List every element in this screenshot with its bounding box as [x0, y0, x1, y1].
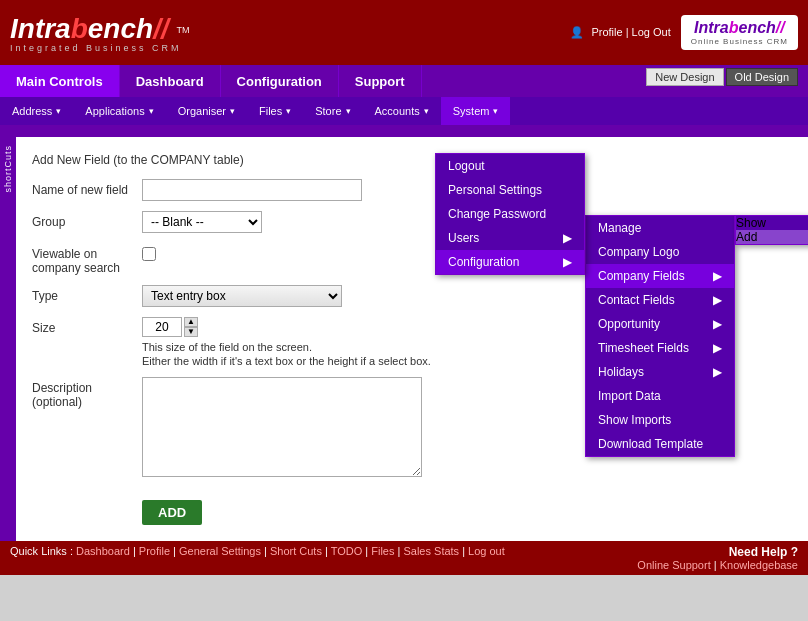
config-timesheet-fields[interactable]: Timesheet Fields ▶: [586, 336, 734, 360]
logo-text: Intrabench//: [10, 13, 177, 44]
nav-system[interactable]: System▾: [441, 97, 511, 125]
brand-title: Intrabench//: [694, 19, 785, 37]
footer-link-todo[interactable]: TODO: [331, 545, 363, 557]
add-btn-wrapper: ADD: [142, 490, 792, 525]
footer-link-shortcuts[interactable]: Short Cuts: [270, 545, 322, 557]
config-contact-fields[interactable]: Contact Fields ▶: [586, 288, 734, 312]
system-dropdown: Logout Personal Settings Change Password…: [435, 153, 585, 275]
nav-applications[interactable]: Applications▾: [73, 97, 165, 125]
config-manage[interactable]: Manage: [586, 216, 734, 240]
profile-icon: 👤: [570, 26, 584, 38]
shortcuts-label[interactable]: shortCuts: [3, 145, 13, 193]
need-help-label: Need Help ?: [637, 545, 798, 559]
name-input[interactable]: [142, 179, 362, 201]
nav-support[interactable]: Support: [339, 65, 422, 97]
desc-label: Description (optional): [32, 377, 142, 409]
nav-main-controls[interactable]: Main Controls: [0, 65, 120, 97]
viewable-label: Viewable on company search: [32, 243, 142, 275]
type-select[interactable]: Text entry box: [142, 285, 342, 307]
form-row-name: Name of new field: [32, 179, 792, 201]
size-spinner: ▲ ▼: [184, 317, 198, 337]
configuration-submenu: Manage Company Logo Company Fields ▶ Con…: [585, 215, 735, 457]
old-design-button[interactable]: Old Design: [726, 68, 798, 86]
config-import-data[interactable]: Import Data: [586, 384, 734, 408]
secondary-nav: Address▾ Applications▾ Organiser▾ Files▾…: [0, 97, 808, 125]
menu-personal-settings[interactable]: Personal Settings: [436, 178, 584, 202]
brand-sub: Online Business CRM: [691, 37, 788, 46]
config-opportunity[interactable]: Opportunity ▶: [586, 312, 734, 336]
nav-address[interactable]: Address▾: [0, 97, 73, 125]
knowledgebase-link[interactable]: Knowledgebase: [720, 559, 798, 571]
menu-users[interactable]: Users ▶: [436, 226, 584, 250]
footer-link-logout[interactable]: Log out: [468, 545, 505, 557]
add-button[interactable]: ADD: [142, 500, 202, 525]
config-company-fields[interactable]: Company Fields ▶: [586, 264, 734, 288]
logo-tm: TM: [177, 25, 190, 35]
footer: Quick Links : Dashboard | Profile | Gene…: [0, 541, 808, 575]
config-company-logo[interactable]: Company Logo: [586, 240, 734, 264]
header-links: 👤 Profile | Log Out: [570, 26, 670, 39]
config-download-template[interactable]: Download Template: [586, 432, 734, 456]
brand-box: Intrabench// Online Business CRM: [681, 15, 798, 50]
menu-configuration[interactable]: Configuration ▶: [436, 250, 584, 274]
quick-links-label: Quick Links :: [10, 545, 73, 557]
footer-left: Quick Links : Dashboard | Profile | Gene…: [10, 545, 505, 557]
desc-textarea[interactable]: [142, 377, 422, 477]
size-up-button[interactable]: ▲: [184, 317, 198, 327]
logo-sub: Integrated Business CRM: [10, 43, 190, 53]
footer-link-files[interactable]: Files: [371, 545, 394, 557]
nav-dashboard[interactable]: Dashboard: [120, 65, 221, 97]
profile-link[interactable]: Profile: [591, 26, 622, 38]
type-label: Type: [32, 285, 142, 303]
footer-right: Need Help ? Online Support | Knowledgeba…: [637, 545, 798, 571]
company-fields-add[interactable]: Add: [736, 230, 808, 244]
logo: Intrabench// TM Integrated Business CRM: [10, 13, 190, 53]
menu-logout[interactable]: Logout: [436, 154, 584, 178]
form-title: Add New Field (to the COMPANY table): [32, 153, 792, 167]
content-header-bar: [16, 125, 808, 137]
nav-configuration[interactable]: Configuration: [221, 65, 339, 97]
online-support-link[interactable]: Online Support: [637, 559, 710, 571]
header: Intrabench// TM Integrated Business CRM …: [0, 0, 808, 65]
logout-link[interactable]: Log Out: [632, 26, 671, 38]
size-input[interactable]: 20: [142, 317, 182, 337]
footer-link-sales-stats[interactable]: Sales Stats: [403, 545, 459, 557]
footer-link-dashboard[interactable]: Dashboard: [76, 545, 130, 557]
nav-files[interactable]: Files▾: [247, 97, 303, 125]
config-holidays[interactable]: Holidays ▶: [586, 360, 734, 384]
company-fields-show[interactable]: Show: [736, 216, 808, 230]
name-label: Name of new field: [32, 179, 142, 197]
left-sidebar: shortCuts: [0, 125, 16, 541]
footer-link-profile[interactable]: Profile: [139, 545, 170, 557]
size-down-button[interactable]: ▼: [184, 327, 198, 337]
new-design-button[interactable]: New Design: [646, 68, 723, 86]
group-label: Group: [32, 211, 142, 229]
header-right: 👤 Profile | Log Out Intrabench// Online …: [570, 15, 798, 50]
nav-store[interactable]: Store▾: [303, 97, 362, 125]
footer-link-general-settings[interactable]: General Settings: [179, 545, 261, 557]
main-container: shortCuts Add New Field (to the COMPANY …: [0, 125, 808, 541]
company-fields-submenu: Show Add: [735, 215, 808, 245]
menu-change-password[interactable]: Change Password: [436, 202, 584, 226]
nav-organiser[interactable]: Organiser▾: [166, 97, 247, 125]
group-select[interactable]: -- Blank --: [142, 211, 262, 233]
design-toggle: New Design Old Design: [646, 68, 798, 86]
nav-accounts[interactable]: Accounts▾: [363, 97, 441, 125]
config-show-imports[interactable]: Show Imports: [586, 408, 734, 432]
size-label: Size: [32, 317, 142, 335]
viewable-checkbox[interactable]: [142, 247, 156, 261]
